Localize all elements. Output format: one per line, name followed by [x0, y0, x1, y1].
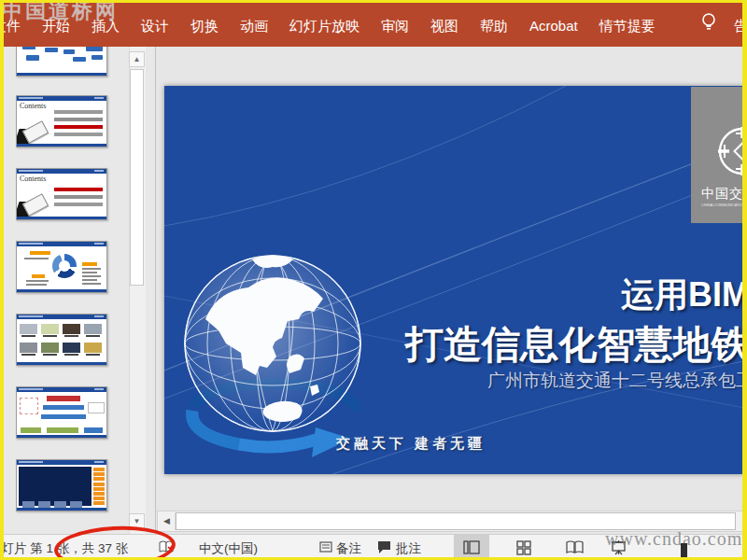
- slide-subtitle: 广州市轨道交通十二号线总承包工: [487, 369, 744, 393]
- slide-canvas[interactable]: 中国交建 CHINA COMMUNICATIONS CONSTRUCTION: [164, 86, 744, 474]
- tell-me-box[interactable]: 告: [734, 18, 747, 35]
- tab-transitions[interactable]: 切换: [190, 18, 218, 35]
- notes-icon: [319, 540, 332, 556]
- tab-slideshow[interactable]: 幻灯片放映: [289, 18, 359, 35]
- comments-button[interactable]: 批注: [396, 540, 421, 557]
- sidebar-scrollbar-thumb[interactable]: [130, 69, 144, 286]
- scroll-left-icon[interactable]: ◀: [159, 512, 176, 530]
- notes-button[interactable]: 备注: [336, 540, 361, 557]
- tab-animations[interactable]: 动画: [240, 18, 268, 35]
- cccc-emblem-icon: [715, 124, 744, 178]
- slide-motto: 交融天下 建者无疆: [336, 435, 486, 453]
- slide-sorter-view-button[interactable]: [506, 535, 542, 560]
- panel-divider: [155, 47, 156, 534]
- slide-title-line1: 运用BIM: [621, 273, 744, 318]
- language-indicator[interactable]: 中文(中国): [199, 540, 258, 557]
- tab-acrobat[interactable]: Acrobat: [529, 18, 578, 35]
- logo-name-cn: 中国交建: [701, 186, 744, 203]
- company-logo-box: 中国交建 CHINA COMMUNICATIONS CONSTRUCTION: [691, 87, 744, 223]
- lightbulb-icon[interactable]: [700, 12, 717, 36]
- spellcheck-icon[interactable]: [159, 540, 174, 557]
- tab-view[interactable]: 视图: [430, 18, 458, 35]
- slide-title-line2: 打造信息化智慧地铁: [405, 319, 744, 371]
- tab-storyboard[interactable]: 情节提要: [599, 18, 655, 35]
- slide-thumbnail-4[interactable]: [16, 241, 107, 293]
- scroll-up-icon[interactable]: ▲: [129, 51, 145, 67]
- scroll-down-icon[interactable]: ▼: [129, 513, 145, 529]
- tab-review[interactable]: 审阅: [381, 18, 409, 35]
- watermark-artifact: [681, 543, 687, 558]
- slide-thumbnail-2[interactable]: Contents: [16, 95, 107, 147]
- slide-thumbnail-7[interactable]: [16, 459, 107, 511]
- normal-view-button[interactable]: [454, 535, 489, 560]
- powerpoint-window: 文件 开始 插入 设计 切换 动画 幻灯片放映 审阅 视图 帮助 Acrobat…: [0, 0, 747, 560]
- globe-graphic: [179, 246, 372, 463]
- comments-icon: [377, 540, 391, 556]
- tab-help[interactable]: 帮助: [480, 18, 508, 35]
- slide-thumbnail-6[interactable]: [16, 386, 107, 439]
- watermark-top-left: 中国道桥网: [2, 0, 119, 25]
- watermark-bottom-right: www.cndao.com: [605, 528, 742, 550]
- tab-design[interactable]: 设计: [141, 18, 169, 35]
- slide-counter: 幻灯片 第 1 张，共 37 张: [0, 540, 128, 557]
- slide-thumbnail-panel: ContentsContents ▲ ▼: [0, 47, 155, 534]
- logo-name-en: CHINA COMMUNICATIONS CONSTRUCTION: [701, 203, 744, 207]
- slide-thumbnail-1[interactable]: [16, 47, 107, 77]
- reading-view-button[interactable]: [557, 535, 592, 560]
- slide-thumbnail-3[interactable]: Contents: [16, 168, 107, 220]
- slide-thumbnail-5[interactable]: [16, 314, 107, 366]
